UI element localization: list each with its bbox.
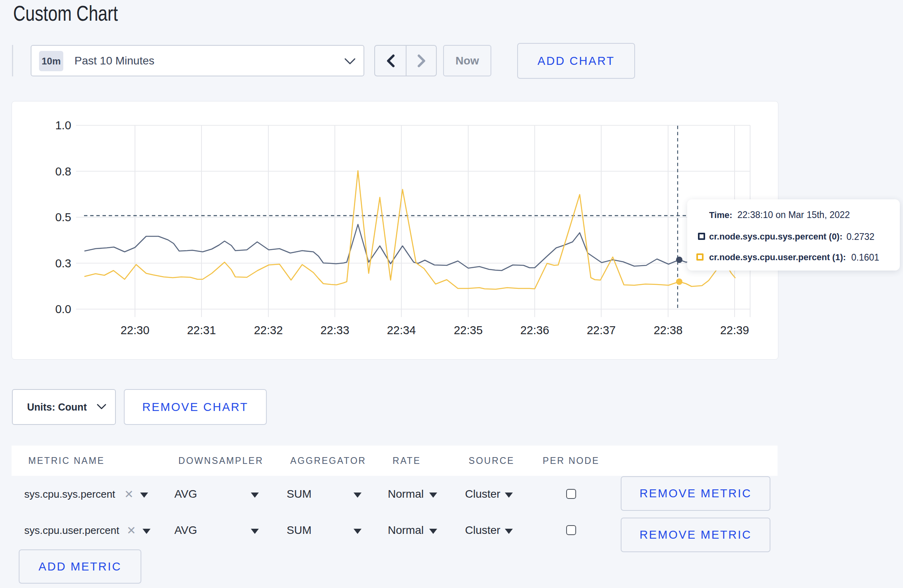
- svg-text:22:33: 22:33: [321, 324, 350, 337]
- svg-text:22:30: 22:30: [121, 324, 150, 337]
- svg-text:22:31: 22:31: [187, 324, 216, 337]
- svg-text:0.0: 0.0: [55, 303, 71, 315]
- svg-text:0.8: 0.8: [55, 165, 71, 178]
- svg-text:22:32: 22:32: [254, 324, 283, 337]
- svg-text:22:37: 22:37: [587, 324, 616, 337]
- svg-text:0.5: 0.5: [55, 211, 71, 224]
- svg-text:22:38: 22:38: [654, 324, 683, 337]
- svg-text:0.3: 0.3: [55, 257, 71, 270]
- svg-text:22:39: 22:39: [720, 324, 749, 337]
- svg-text:1.0: 1.0: [55, 119, 71, 132]
- svg-text:22:36: 22:36: [520, 324, 549, 337]
- svg-text:22:35: 22:35: [454, 324, 483, 337]
- svg-text:22:34: 22:34: [387, 324, 416, 337]
